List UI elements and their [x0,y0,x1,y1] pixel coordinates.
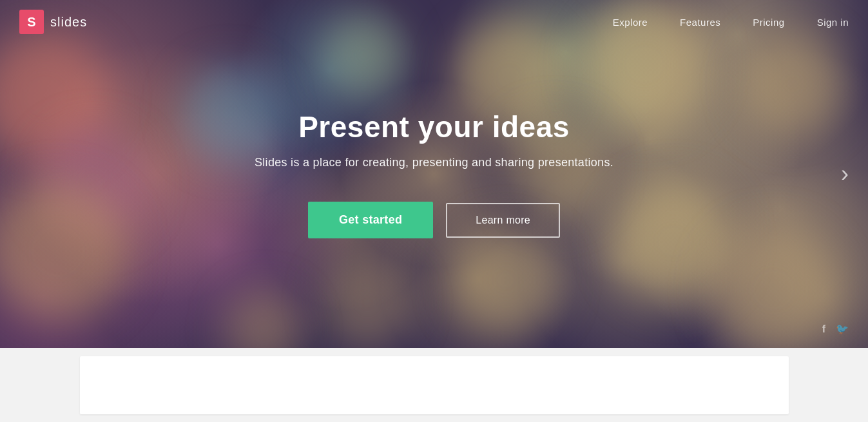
nav-signin[interactable]: Sign in [817,17,849,28]
bokeh-12 [226,290,303,348]
bokeh-13 [709,225,838,348]
logo-text: slides [50,15,87,30]
learn-more-button[interactable]: Learn more [446,203,560,238]
below-hero-section [0,348,868,422]
social-icons: f 🐦 [822,323,849,335]
navbar: S slides Explore Features Pricing Sign i… [0,0,868,44]
hero-content: Present your ideas Slides is a place for… [242,110,626,238]
get-started-button[interactable]: Get started [308,202,433,238]
logo-link[interactable]: S slides [19,10,613,34]
nav-pricing[interactable]: Pricing [753,17,784,28]
nav-features[interactable]: Features [680,17,720,28]
content-card [80,356,789,414]
hero-buttons: Get started Learn more [255,202,613,238]
nav-links: Explore Features Pricing Sign in [613,17,849,28]
next-arrow-icon[interactable]: › [841,162,849,186]
logo-icon: S [19,10,44,34]
bokeh-11 [322,258,412,348]
hero-section: S slides Explore Features Pricing Sign i… [0,0,868,348]
bokeh-10 [451,225,561,335]
twitter-icon[interactable]: 🐦 [836,323,849,335]
facebook-icon[interactable]: f [822,323,825,335]
hero-subtitle: Slides is a place for creating, presenti… [255,156,613,169]
bokeh-14 [741,32,844,135]
nav-explore[interactable]: Explore [613,17,648,28]
hero-title: Present your ideas [255,110,613,144]
